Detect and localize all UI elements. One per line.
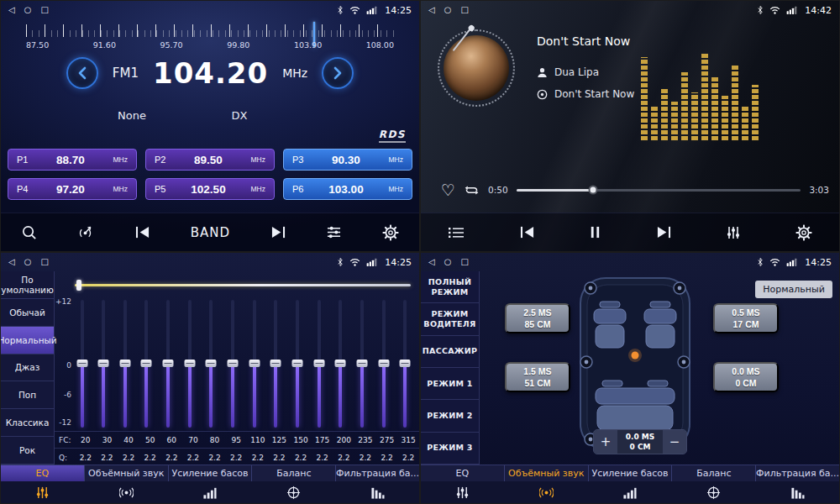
back-icon[interactable]: ◁	[8, 6, 15, 14]
eq-slider-handle[interactable]	[184, 360, 195, 367]
eq-slider-handle[interactable]	[206, 360, 217, 367]
audio-tab[interactable]: Баланс	[252, 465, 336, 481]
eq-slider-handle[interactable]	[335, 360, 346, 367]
eq-band-slider[interactable]	[292, 300, 303, 428]
preset-button[interactable]: P6 103.00 MHz	[283, 178, 412, 200]
eq-preset-item[interactable]: По умолчанию	[1, 271, 54, 299]
eq-slider-handle[interactable]	[163, 360, 174, 367]
surround-tab-icon[interactable]	[85, 486, 169, 500]
eq-preset-item[interactable]: Нормальный	[1, 327, 54, 354]
frequency-scale[interactable]: 87.5091.6095.7099.80103.90108.00	[1, 21, 419, 55]
pause-icon[interactable]	[589, 225, 601, 239]
eq-band-slider[interactable]	[378, 300, 389, 428]
eq-slider-handle[interactable]	[76, 360, 87, 367]
recents-icon[interactable]: □	[40, 258, 48, 266]
eq-slider-handle[interactable]	[378, 360, 389, 367]
progress-knob[interactable]	[589, 186, 598, 195]
listening-mode-item[interactable]: РЕЖИМ 2	[421, 400, 479, 432]
audio-tab[interactable]: Фильтрация ба...	[756, 465, 839, 481]
eq-band-slider[interactable]	[357, 300, 368, 428]
home-icon[interactable]: ○	[444, 258, 452, 266]
eq-preset-item[interactable]: Обычай	[1, 299, 54, 327]
audio-tab[interactable]: Усиление басов	[589, 465, 673, 481]
audio-tab[interactable]: EQ	[1, 465, 85, 481]
listening-mode-item[interactable]: ПАССАЖИР	[421, 336, 479, 368]
audio-tab[interactable]: Фильтрация ба...	[336, 465, 419, 481]
eq-band-slider[interactable]	[119, 300, 130, 428]
eq-band-slider[interactable]	[400, 300, 411, 428]
preset-button[interactable]: P5 102.50 MHz	[145, 178, 275, 200]
eq-band-slider[interactable]	[141, 300, 152, 428]
delay-rear-left-button[interactable]: 1.5 MS 51 CM	[505, 362, 570, 392]
equalizer-sliders-icon[interactable]	[726, 225, 741, 240]
broadcast-scan-icon[interactable]	[76, 224, 94, 240]
back-icon[interactable]: ◁	[428, 6, 435, 14]
eq-band-slider[interactable]	[313, 300, 324, 428]
previous-station-icon[interactable]	[134, 225, 150, 239]
eq-slider-handle[interactable]	[228, 360, 239, 367]
back-icon[interactable]: ◁	[8, 258, 15, 266]
delay-decrease-button[interactable]: −	[663, 430, 686, 454]
balance-tab-icon[interactable]	[252, 486, 336, 500]
gear-icon[interactable]	[382, 224, 399, 241]
filter-tab-icon[interactable]	[755, 486, 839, 500]
delay-increase-button[interactable]: +	[594, 430, 617, 454]
eq-tab-icon[interactable]	[1, 486, 85, 500]
preset-button[interactable]: P4 97.20 MHz	[8, 178, 137, 200]
favorite-icon[interactable]: ♡	[441, 182, 455, 198]
master-slider-handle[interactable]	[76, 280, 81, 291]
previous-track-icon[interactable]	[519, 225, 535, 239]
repeat-icon[interactable]	[464, 184, 480, 197]
listening-mode-item[interactable]: РЕЖИМ 3	[421, 433, 479, 465]
listening-mode-item[interactable]: ПОЛНЫЙ РЕЖИМ	[421, 271, 479, 303]
back-icon[interactable]: ◁	[428, 258, 435, 266]
eq-slider-handle[interactable]	[141, 360, 152, 367]
eq-slider-handle[interactable]	[270, 360, 281, 367]
listening-mode-item[interactable]: РЕЖИМ ВОДИТЕЛЯ	[421, 303, 479, 335]
audio-tab[interactable]: Объёмный звук	[85, 465, 169, 481]
filter-tab-icon[interactable]	[335, 486, 419, 500]
home-icon[interactable]: ○	[444, 6, 452, 14]
playlist-icon[interactable]	[448, 226, 465, 239]
recents-icon[interactable]: □	[40, 6, 48, 14]
eq-preset-item[interactable]: Классика	[1, 409, 54, 437]
eq-band-slider[interactable]	[228, 300, 239, 428]
progress-bar[interactable]	[517, 189, 801, 192]
eq-band-slider[interactable]	[76, 300, 87, 428]
audio-tab[interactable]: Баланс	[672, 465, 756, 481]
eq-slider-handle[interactable]	[249, 360, 260, 367]
audio-tab[interactable]: Усиление басов	[169, 465, 253, 481]
band-button[interactable]: BAND	[191, 225, 230, 240]
eq-band-slider[interactable]	[184, 300, 195, 428]
audio-tab[interactable]: Объёмный звук	[505, 465, 589, 481]
home-icon[interactable]: ○	[24, 258, 32, 266]
eq-slider-handle[interactable]	[292, 360, 303, 367]
next-track-icon[interactable]	[656, 225, 672, 239]
audio-tab[interactable]: EQ	[421, 465, 505, 481]
eq-band-slider[interactable]	[270, 300, 281, 428]
eq-tab-icon[interactable]	[421, 486, 505, 500]
eq-preset-item[interactable]: Джаз	[1, 354, 54, 382]
bass-boost-tab-icon[interactable]	[168, 486, 252, 500]
audio-settings-icon[interactable]	[326, 225, 342, 239]
preset-button[interactable]: P2 89.50 MHz	[145, 149, 275, 171]
preset-button[interactable]: P3 90.30 MHz	[283, 149, 412, 171]
delay-front-left-button[interactable]: 2.5 MS 85 CM	[505, 303, 570, 333]
tune-down-button[interactable]	[66, 57, 98, 89]
eq-preset-item[interactable]: Поп	[1, 381, 54, 409]
delay-front-right-button[interactable]: 0.5 MS 17 CM	[713, 303, 779, 333]
eq-slider-handle[interactable]	[357, 360, 368, 367]
surround-tab-icon[interactable]	[505, 486, 589, 500]
next-station-icon[interactable]	[270, 225, 286, 239]
recents-icon[interactable]: □	[460, 6, 468, 14]
eq-band-slider[interactable]	[206, 300, 217, 428]
recents-icon[interactable]: □	[460, 258, 468, 266]
eq-band-slider[interactable]	[98, 300, 109, 428]
eq-preset-item[interactable]: Рок	[1, 437, 54, 465]
bass-boost-tab-icon[interactable]	[588, 486, 672, 500]
eq-slider-handle[interactable]	[313, 360, 324, 367]
tune-up-button[interactable]	[322, 57, 354, 89]
eq-slider-handle[interactable]	[400, 360, 411, 367]
eq-band-slider[interactable]	[249, 300, 260, 428]
gear-icon[interactable]	[795, 224, 812, 241]
